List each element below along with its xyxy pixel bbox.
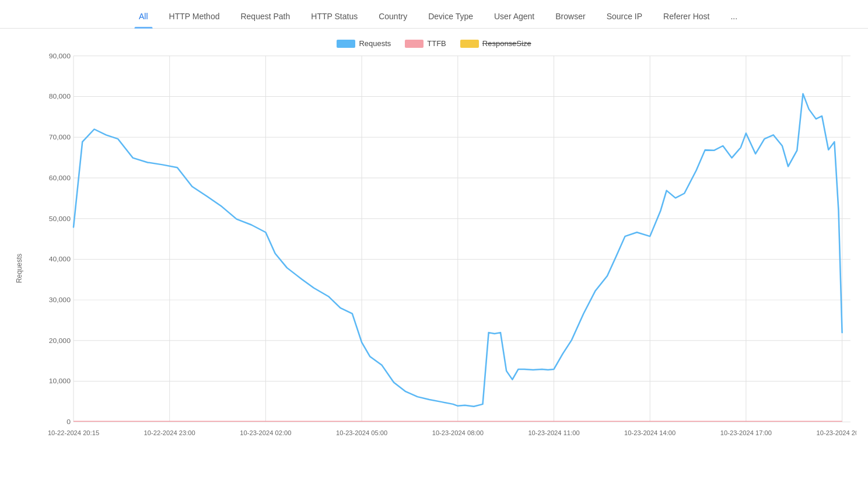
svg-text:10-22-2024 20:15: 10-22-2024 20:15	[48, 429, 99, 436]
tab-all[interactable]: All	[128, 6, 159, 28]
svg-text:60,000: 60,000	[49, 174, 71, 182]
legend-swatch-requests	[337, 40, 355, 48]
legend-swatch-ttfb	[405, 40, 424, 48]
legend-label-responsesize: ResponseSize	[482, 39, 531, 48]
svg-text:10-23-2024 17:00: 10-23-2024 17:00	[720, 429, 772, 436]
tab-more[interactable]: ...	[720, 6, 748, 28]
svg-text:10-23-2024 02:00: 10-23-2024 02:00	[240, 429, 291, 436]
svg-text:10,000: 10,000	[49, 377, 71, 386]
tabs-bar: All HTTP Method Request Path HTTP Status…	[0, 0, 868, 29]
tab-source-ip[interactable]: Source IP	[596, 6, 653, 28]
svg-text:10-23-2024 08:00: 10-23-2024 08:00	[432, 429, 484, 436]
svg-text:90,000: 90,000	[49, 52, 71, 60]
tab-device-type[interactable]: Device Type	[418, 6, 484, 28]
chart-wrapper: Requests	[0, 50, 868, 486]
svg-text:0: 0	[66, 418, 71, 426]
svg-text:40,000: 40,000	[49, 256, 71, 264]
tab-http-method[interactable]: HTTP Method	[159, 6, 230, 28]
svg-text:70,000: 70,000	[49, 133, 71, 141]
tab-country[interactable]: Country	[368, 6, 418, 28]
tab-referer-host[interactable]: Referer Host	[653, 6, 720, 28]
tab-request-path[interactable]: Request Path	[230, 6, 300, 28]
svg-text:20,000: 20,000	[49, 337, 71, 345]
svg-text:10-23-2024 20:00: 10-23-2024 20:00	[816, 429, 856, 436]
legend-requests: Requests	[337, 39, 391, 48]
legend-label-ttfb: TTFB	[427, 39, 446, 48]
tab-http-status[interactable]: HTTP Status	[300, 6, 368, 28]
svg-text:10-23-2024 05:00: 10-23-2024 05:00	[336, 429, 387, 436]
tab-browser[interactable]: Browser	[545, 6, 596, 28]
legend-swatch-responsesize	[460, 40, 479, 48]
legend-label-requests: Requests	[359, 39, 391, 48]
y-axis-label: Requests	[15, 253, 23, 283]
svg-text:10-23-2024 11:00: 10-23-2024 11:00	[528, 429, 579, 436]
chart-legend: Requests TTFB ResponseSize	[0, 34, 868, 50]
svg-text:10-23-2024 14:00: 10-23-2024 14:00	[624, 429, 676, 436]
chart-svg: 0 10,000 20,000 30,000 40,000 50,000 60,…	[38, 50, 856, 463]
legend-ttfb: TTFB	[405, 39, 446, 48]
svg-text:30,000: 30,000	[49, 296, 71, 304]
svg-text:10-22-2024 23:00: 10-22-2024 23:00	[144, 429, 195, 436]
legend-responsesize: ResponseSize	[460, 39, 531, 48]
tab-user-agent[interactable]: User Agent	[484, 6, 545, 28]
svg-text:80,000: 80,000	[49, 93, 71, 101]
svg-text:50,000: 50,000	[49, 215, 71, 223]
chart-area: Requests TTFB ResponseSize Requests	[0, 29, 868, 494]
